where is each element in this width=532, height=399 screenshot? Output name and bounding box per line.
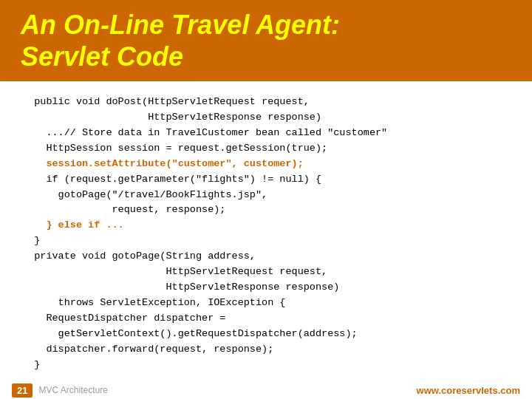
footer-left: 21 MVC Architecture — [12, 383, 108, 398]
slide-header: An On-Line Travel Agent: Servlet Code — [0, 0, 532, 81]
slide-number: 21 — [12, 383, 33, 398]
footer-label: MVC Architecture — [38, 385, 107, 395]
slide: An On-Line Travel Agent: Servlet Code pu… — [0, 0, 532, 399]
slide-content: public void doPost(HttpServletRequest re… — [0, 81, 532, 381]
slide-footer: 21 MVC Architecture www.coreservlets.com — [0, 381, 532, 399]
slide-title: An On-Line Travel Agent: Servlet Code — [21, 9, 340, 72]
footer-url: www.coreservlets.com — [417, 385, 520, 396]
code-block: public void doPost(HttpServletRequest re… — [22, 95, 510, 373]
